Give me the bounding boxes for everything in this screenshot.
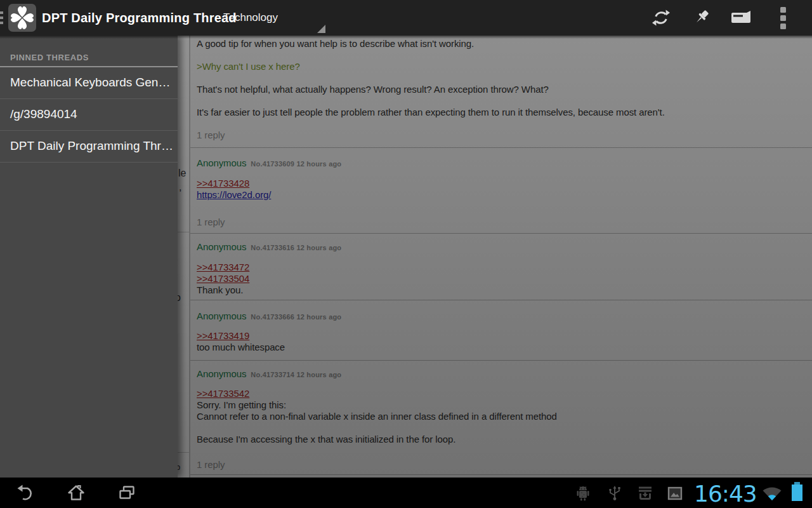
- clipped-text-fragment: ,: [179, 182, 181, 193]
- post-meta: No.41733714 12 hours ago: [251, 370, 341, 380]
- pin-thread-button[interactable]: [686, 0, 717, 36]
- quote-link[interactable]: >>41733542: [197, 388, 249, 399]
- page-title: DPT Daily Programming Thread: [42, 0, 237, 36]
- post-text: too much whitespace: [197, 342, 803, 353]
- usb-debugging-icon[interactable]: [575, 485, 591, 504]
- post-meta: No.41733609 12 hours ago: [251, 159, 341, 169]
- system-bar: 16:43: [0, 478, 812, 508]
- action-bar: DPT Daily Programming Thread Technology: [0, 0, 812, 36]
- post-41733714[interactable]: Anonymous No.41733714 12 hours ago >>417…: [190, 361, 812, 475]
- reply-count[interactable]: 1 reply: [197, 130, 803, 140]
- drawer-header: PINNED THREADS: [0, 36, 178, 66]
- refresh-icon: [652, 8, 671, 27]
- quote-link[interactable]: >>41733428: [197, 178, 249, 189]
- reply-count[interactable]: 1 reply: [197, 459, 803, 470]
- post-41733666[interactable]: Anonymous No.41733666 12 hours ago >>417…: [190, 300, 812, 361]
- home-icon: [66, 483, 86, 503]
- quote-link[interactable]: >>41733504: [197, 273, 249, 284]
- post-text: Because I'm accessing the x that was ini…: [197, 434, 803, 445]
- post-text: Thank you.: [197, 284, 803, 296]
- refresh-button[interactable]: [646, 0, 676, 36]
- overflow-menu-button[interactable]: [768, 0, 798, 36]
- post-header: Anonymous No.41733666 12 hours ago: [197, 311, 803, 322]
- blank-line: [197, 422, 803, 434]
- screenshot-icon[interactable]: [667, 485, 683, 504]
- reply-icon: [730, 9, 752, 27]
- poster-name: Anonymous: [197, 242, 246, 252]
- recents-icon: [117, 483, 137, 503]
- drawer-item-dpt-thread[interactable]: DPT Daily Programming Thr…: [0, 131, 178, 163]
- reply-count[interactable]: 1 reply: [197, 217, 803, 227]
- quote-link[interactable]: >>41733472: [197, 262, 249, 272]
- board-spinner[interactable]: Technology: [216, 0, 327, 36]
- post-meta: No.41733666 12 hours ago: [251, 312, 341, 322]
- spinner-caret-icon: [317, 25, 325, 33]
- pin-icon: [692, 8, 711, 27]
- overflow-menu-icon: [780, 7, 786, 29]
- thread-view-pane: le , o b A good tip for when you want he…: [178, 36, 812, 478]
- post-text: Sorry. I'm getting this:: [197, 399, 803, 411]
- poster-name: Anonymous: [197, 158, 246, 168]
- quote-link[interactable]: >>41733419: [197, 330, 249, 341]
- post-text: Cannot refer to a non-final variable x i…: [197, 411, 803, 422]
- download-complete-icon[interactable]: [637, 485, 653, 504]
- post-text: It's far easier to just tell people the …: [197, 107, 803, 117]
- post-op-tail[interactable]: A good tip for when you want help is to …: [190, 36, 812, 148]
- thread-list-edge: le , o b: [178, 36, 190, 478]
- list-divider: [178, 232, 190, 232]
- back-icon: [15, 483, 36, 503]
- drawer-item-mechanical-keyboards[interactable]: Mechanical Keyboards Gen…: [0, 67, 178, 99]
- poster-name: Anonymous: [197, 311, 246, 321]
- post-meta: No.41733616 12 hours ago: [251, 243, 341, 253]
- post-41733616[interactable]: Anonymous No.41733616 12 hours ago >>417…: [190, 234, 812, 300]
- drawer-item-g-39894014[interactable]: /g/39894014: [0, 99, 178, 131]
- clipped-text-fragment: o: [178, 292, 181, 304]
- post-header: Anonymous No.41733609 12 hours ago: [197, 158, 803, 169]
- home-button[interactable]: [62, 483, 90, 503]
- post-text: That's not helpful, what actually happen…: [197, 84, 803, 95]
- reply-button[interactable]: [726, 0, 756, 36]
- post-list: A good tip for when you want help is to …: [190, 36, 812, 478]
- clipped-text-fragment: le: [178, 168, 186, 179]
- wifi-icon[interactable]: [761, 486, 783, 504]
- post-header: Anonymous No.41733714 12 hours ago: [197, 369, 803, 380]
- post-text: A good tip for when you want help is to …: [197, 39, 803, 49]
- board-spinner-label: Technology: [223, 0, 278, 36]
- status-clock[interactable]: 16:43: [694, 481, 760, 507]
- app-screen: le , o b A good tip for when you want he…: [0, 0, 812, 508]
- clipped-text-fragment: b: [178, 462, 180, 472]
- usb-connected-icon[interactable]: [606, 485, 623, 504]
- battery-icon[interactable]: [792, 485, 802, 501]
- greentext-line: >Why can't I use x here?: [197, 62, 803, 72]
- post-header: Anonymous No.41733616 12 hours ago: [197, 242, 803, 253]
- recents-button[interactable]: [113, 483, 141, 503]
- back-button[interactable]: [11, 483, 39, 503]
- poster-name: Anonymous: [197, 369, 246, 379]
- list-divider: [178, 452, 190, 453]
- pinned-threads-drawer: PINNED THREADS Mechanical Keyboards Gen……: [0, 36, 178, 478]
- url-link[interactable]: https://love2d.org/: [197, 189, 271, 200]
- post-41733609[interactable]: Anonymous No.41733609 12 hours ago >>417…: [190, 148, 812, 234]
